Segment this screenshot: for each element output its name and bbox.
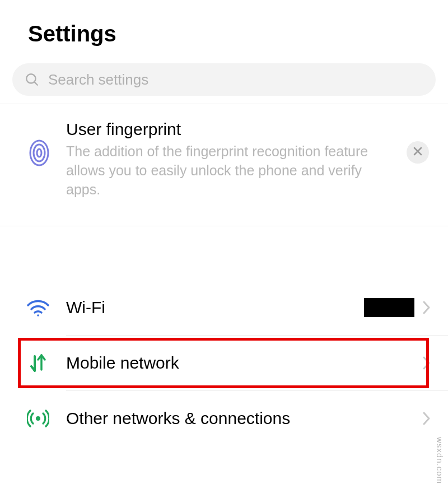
row-mobile-network[interactable]: Mobile network: [0, 336, 448, 390]
svg-line-1: [34, 82, 37, 85]
fingerprint-icon: [28, 139, 50, 169]
search-icon: [25, 72, 39, 87]
page-title: Settings: [0, 0, 448, 63]
row-label: Wi-Fi: [66, 298, 364, 317]
svg-point-10: [36, 416, 40, 421]
fingerprint-card-title: User fingerprint: [66, 120, 400, 139]
row-label: Other networks & connections: [66, 409, 422, 428]
wifi-icon: [25, 299, 52, 317]
svg-point-7: [37, 314, 39, 317]
row-other-networks[interactable]: Other networks & connections: [0, 391, 448, 446]
svg-point-4: [37, 149, 41, 157]
search-bar[interactable]: Search settings: [12, 63, 436, 96]
broadcast-icon: [25, 407, 52, 430]
mobile-data-icon: [25, 353, 52, 373]
row-wifi[interactable]: Wi-Fi: [0, 280, 448, 335]
fingerprint-card-description: The addition of the fingerprint recognit…: [66, 142, 400, 199]
svg-point-3: [34, 145, 45, 161]
wifi-value-redacted: [364, 298, 414, 317]
fingerprint-card[interactable]: User fingerprint The addition of the fin…: [0, 104, 448, 226]
search-placeholder: Search settings: [48, 71, 148, 89]
row-label: Mobile network: [66, 353, 422, 373]
watermark: wsxdn.com: [435, 437, 445, 484]
chevron-right-icon: [422, 355, 431, 371]
settings-list: Wi-Fi Mobile network: [0, 280, 448, 446]
chevron-right-icon: [422, 300, 431, 315]
close-button[interactable]: [407, 141, 429, 164]
chevron-right-icon: [422, 411, 431, 426]
close-icon: [413, 146, 423, 159]
